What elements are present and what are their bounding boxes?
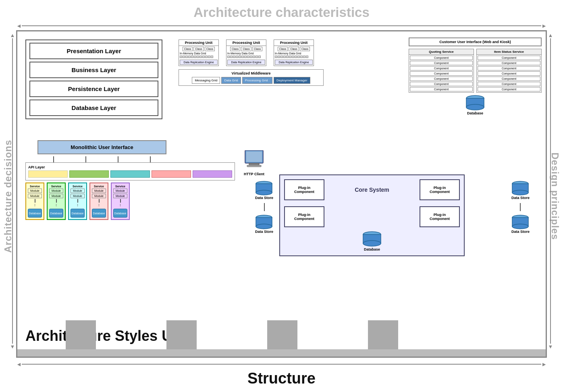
cell — [199, 56, 202, 58]
datastore-top-left-label: Data Store — [255, 196, 273, 200]
cell — [295, 56, 297, 58]
svc5-module2: Module — [113, 194, 127, 198]
cell — [230, 56, 233, 58]
cell — [250, 56, 252, 58]
http-client-label: HTTP Client — [243, 172, 265, 176]
persistence-layer-label: Persistence Layer — [68, 85, 120, 92]
core-db-label: Database — [364, 247, 380, 251]
svc4-title: Service — [94, 185, 104, 188]
qs-comp-2: Component — [410, 61, 473, 65]
ms-db-label: Database — [467, 111, 483, 115]
is-comp-2: Component — [478, 61, 540, 65]
pu2-class3: Class — [252, 47, 263, 51]
monolithic-ui-label: Monolithic User Interface — [71, 144, 133, 150]
qs-comp-7: Component — [410, 87, 473, 91]
pu1-title: Processing Unit — [179, 40, 218, 46]
presentation-layer: Presentation Layer — [29, 43, 158, 59]
virtualized-middleware: Virtualized Middleware Messaging Grid Da… — [179, 69, 324, 86]
pu3-title: Processing Unit — [274, 40, 314, 46]
api-block-3 — [110, 170, 150, 178]
cell — [183, 56, 185, 58]
api-blocks-row — [28, 170, 232, 178]
svg-point-12 — [363, 241, 381, 246]
deployment-manager-btn: Deployment Manager — [274, 77, 310, 84]
cell — [244, 56, 247, 58]
pu3-data-rep: Data Replication Engine — [275, 60, 313, 65]
business-layer-label: Business Layer — [72, 66, 116, 73]
qs-comp-3: Component — [410, 66, 473, 71]
data-grid-btn: Data Grid — [221, 77, 241, 84]
ms-services-row: Quoting Service Component Component Comp… — [409, 49, 542, 93]
pu3-class3: Class — [300, 47, 310, 51]
cell — [241, 56, 244, 58]
right-arrow-connector — [511, 203, 530, 211]
api-block-5 — [193, 170, 232, 178]
pu2-grid — [226, 55, 266, 59]
processing-grid-btn: Processing Grid : — [242, 77, 272, 84]
svc5-module: Module — [113, 189, 127, 193]
floor-bar — [17, 349, 546, 357]
ms-database: Database — [465, 95, 485, 115]
pu1-class3: Class — [205, 47, 215, 51]
item-status-service: Item Status Service Component Component … — [476, 49, 542, 93]
svc1-title: Service — [30, 185, 40, 188]
cylinder-icon-top-right — [511, 180, 530, 196]
cell — [208, 56, 210, 58]
monitor-icon — [243, 150, 265, 170]
http-client-label-text: HTTP Client — [244, 172, 264, 176]
cell — [239, 56, 241, 58]
core-plugins-bottom-row: Plug-inComponent Plug-inComponent — [284, 206, 460, 227]
pu2-class1: Class — [230, 47, 241, 51]
svg-point-6 — [256, 190, 272, 195]
svc1-module2: Module — [28, 194, 42, 198]
api-block-2 — [69, 170, 109, 178]
is-comp-6: Component — [478, 82, 540, 86]
ms-database-area: Database — [409, 95, 542, 115]
cell — [289, 56, 291, 58]
monolithic-ui: Monolithic User Interface — [37, 140, 166, 154]
cell — [278, 56, 280, 58]
cell — [306, 56, 308, 58]
svc4-module2: Module — [92, 194, 106, 198]
cell — [286, 56, 289, 58]
svg-point-18 — [512, 224, 528, 229]
http-client-area: HTTP Client — [243, 150, 265, 176]
customer-ui-box: Customer User Interface (Web and Kiosk) — [409, 37, 542, 46]
is-comp-3: Component — [478, 66, 540, 71]
is-comp-1: Component — [478, 56, 540, 60]
cell — [191, 56, 193, 58]
datastore-bottom-right-label: Data Store — [511, 230, 530, 234]
api-block-4 — [152, 170, 191, 178]
svg-rect-1 — [249, 163, 259, 165]
datastore-top-left: Data Store — [255, 180, 273, 200]
pu3-class1: Class — [278, 47, 288, 51]
svc2-module: Module — [49, 189, 63, 193]
svg-point-15 — [512, 190, 528, 195]
processing-units-row: Processing Unit Class Class Class In-Mem… — [179, 39, 324, 66]
cell — [188, 56, 191, 58]
presentation-layer-label: Presentation Layer — [66, 48, 121, 54]
ms-db-icon — [465, 95, 485, 111]
ui-to-api-arrows — [37, 156, 166, 162]
datastore-bottom-left-label: Data Store — [255, 230, 273, 234]
is-comp-7: Component — [478, 87, 540, 91]
quoting-service: Quoting Service Component Component Comp… — [409, 49, 474, 93]
business-layer: Business Layer — [29, 62, 158, 78]
service-modules-row: Service Module Module ↕ Database Service… — [25, 183, 235, 220]
datastore-bottom-right: Data Store — [511, 214, 530, 234]
cell — [280, 56, 283, 58]
svg-rect-2 — [247, 165, 261, 167]
service-group-5: Service Module Module ↕ Database — [111, 183, 130, 220]
svc3-module: Module — [71, 189, 85, 193]
vm-buttons-row: Messaging Grid Data Grid Processing Grid… — [181, 77, 322, 84]
pu3-classes: Class Class Class — [274, 46, 314, 52]
svc2-db: Database — [49, 209, 63, 218]
processing-unit-2: Processing Unit Class Class Class In-Mem… — [226, 39, 266, 66]
qs-comp-6: Component — [410, 82, 473, 86]
svc2-title: Service — [51, 185, 61, 188]
cell — [205, 56, 208, 58]
cell — [194, 56, 196, 58]
svg-point-21 — [466, 104, 484, 110]
pu2-classes: Class Class Class — [226, 46, 266, 52]
svc3-module2: Module — [71, 194, 85, 198]
